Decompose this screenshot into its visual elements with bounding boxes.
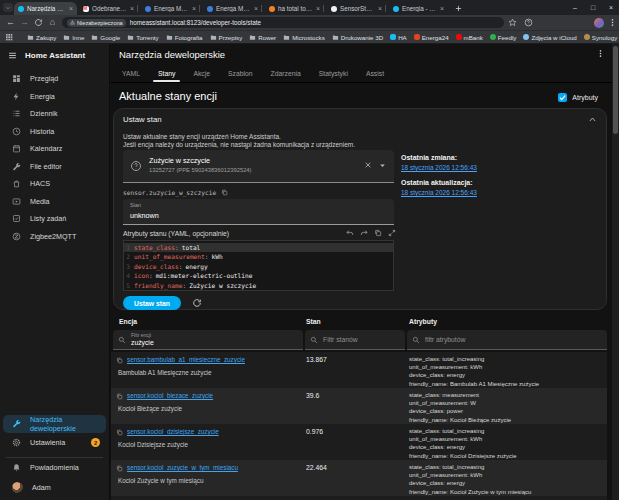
window-minimize-button[interactable]: –: [567, 0, 583, 15]
sidebar-item-history[interactable]: Historia: [3, 123, 106, 141]
sidebar-item-developer-tools[interactable]: Narzędzia deweloperskie: [3, 415, 106, 433]
window-close-button[interactable]: ×: [603, 0, 619, 15]
bookmark-folder[interactable]: Microstocks: [283, 34, 325, 41]
browser-tab[interactable]: Odebrane - adamgolab…×: [79, 2, 138, 15]
security-chip[interactable]: Niezabezpieczona: [67, 19, 126, 27]
sidebar-item-notifications[interactable]: Powiadomienia: [3, 459, 106, 477]
entity-link[interactable]: sensor.bambulab_a1_miesieczne_zuzycie: [127, 356, 245, 363]
tab-close-icon[interactable]: ×: [69, 6, 73, 12]
bookmark-link[interactable]: Feedly: [490, 34, 517, 41]
bookmark-star-icon[interactable]: [508, 18, 517, 27]
table-row[interactable]: sensor.lodowka_miesieczne_zuzycie 0.427 …: [111, 496, 607, 500]
sidebar-item-user[interactable]: Adam: [3, 479, 106, 497]
checkbox-checked-icon[interactable]: [558, 93, 567, 102]
forward-icon[interactable]: →: [20, 18, 29, 27]
scrollbar-thumb[interactable]: [613, 46, 618, 134]
state-filter-input[interactable]: Filtr stanów: [305, 330, 405, 350]
sidebar-item-settings[interactable]: Ustawienia2: [3, 434, 106, 452]
tab-yaml[interactable]: YAML: [113, 64, 149, 82]
tab-template[interactable]: Szablon: [219, 64, 262, 82]
reload-icon[interactable]: [34, 18, 43, 27]
entity-filter-input[interactable]: Filtr encji zużycie: [113, 330, 303, 350]
column-header-attributes[interactable]: Atrybuty: [409, 318, 437, 325]
tab-assist[interactable]: Assist: [357, 64, 393, 82]
address-bar[interactable]: Niezabezpieczona homeassistant.local:812…: [62, 17, 504, 28]
last-changed-link[interactable]: 18 stycznia 2026 12:56:43: [401, 164, 477, 171]
sidebar-item-hacs[interactable]: HACS: [3, 175, 106, 193]
collapse-chevron-icon[interactable]: [588, 115, 597, 124]
state-input[interactable]: Stan unknown: [123, 199, 394, 225]
browser-tab[interactable]: Narzędzia deweloperskie×: [14, 2, 77, 15]
sidebar-item-energy[interactable]: Energia: [3, 88, 106, 106]
sidebar-item-file-editor[interactable]: File editor: [3, 158, 106, 176]
tab-close-icon[interactable]: ×: [316, 6, 320, 12]
overflow-menu-icon[interactable]: [596, 49, 605, 58]
browser-tab[interactable]: Energa Mój Licznik - cus…×: [141, 2, 200, 15]
bookmark-folder[interactable]: Rower: [249, 34, 276, 41]
browser-tab[interactable]: Energa Mój Licznik - cus…×: [203, 2, 262, 15]
copy-entity-id-icon[interactable]: [221, 189, 228, 196]
bookmark-folder[interactable]: Google: [91, 34, 120, 41]
table-row[interactable]: sensor.kociol_biezace_zuzycie Kocioł Bie…: [111, 388, 607, 424]
bookmark-link[interactable]: Energa24: [414, 34, 449, 41]
bookmark-link[interactable]: Synology: [584, 34, 617, 41]
sidebar-item-media[interactable]: Media: [3, 193, 106, 211]
caret-down-icon[interactable]: [378, 161, 387, 170]
copy-icon[interactable]: [116, 465, 123, 472]
browser-profile-avatar[interactable]: [594, 18, 604, 28]
extensions-icon[interactable]: [524, 18, 533, 27]
fullscreen-icon[interactable]: [388, 229, 396, 237]
redo-icon[interactable]: [360, 229, 368, 237]
entity-link[interactable]: sensor.kociol_dzisiejsze_zuzycie: [127, 428, 219, 435]
entity-link[interactable]: sensor.kociol_biezace_zuzycie: [127, 392, 213, 399]
bookmark-folder[interactable]: Przepisy: [210, 34, 243, 41]
copy-icon[interactable]: [116, 393, 123, 400]
attribute-filter-input[interactable]: filtr atrybutów: [407, 330, 607, 350]
page-scrollbar[interactable]: [612, 44, 619, 500]
copy-icon[interactable]: [116, 429, 123, 436]
bookmark-folder[interactable]: Torrenty: [127, 34, 158, 41]
column-header-entity[interactable]: Encja: [119, 318, 137, 325]
new-tab-button[interactable]: [454, 4, 463, 13]
browser-menu-icon[interactable]: [608, 18, 617, 27]
copy-icon[interactable]: [116, 357, 123, 364]
tab-statistics[interactable]: Statystyki: [310, 64, 357, 82]
sidebar-menu-icon[interactable]: [8, 51, 17, 60]
bookmark-link[interactable]: HA: [390, 34, 407, 41]
tab-events[interactable]: Zdarzenia: [262, 64, 310, 82]
tab-close-icon[interactable]: ×: [378, 6, 382, 12]
attributes-toggle[interactable]: Atrybuty: [558, 93, 598, 102]
entity-link[interactable]: sensor.kociol_zuzycie_w_tym_miesiacu: [127, 464, 238, 471]
tab-search-button[interactable]: [3, 3, 13, 12]
clear-entity-icon[interactable]: [364, 161, 372, 169]
set-state-button[interactable]: Ustaw stan: [123, 296, 181, 310]
last-updated-link[interactable]: 18 stycznia 2026 12:56:43: [401, 189, 477, 196]
tab-close-icon[interactable]: ×: [440, 6, 444, 12]
tab-close-icon[interactable]: ×: [130, 6, 134, 12]
bookmark-folder[interactable]: Fotografia: [166, 34, 203, 41]
table-row[interactable]: sensor.kociol_dzisiejsze_zuzycie Kocioł …: [111, 424, 607, 460]
tab-actions[interactable]: Akcje: [184, 64, 219, 82]
sidebar-item-logbook[interactable]: Dziennik: [3, 105, 106, 123]
sidebar-item-todo[interactable]: Listy zadań: [3, 210, 106, 228]
bookmark-folder[interactable]: Inne: [63, 34, 84, 41]
back-icon[interactable]: ←: [6, 18, 15, 27]
bookmark-link[interactable]: mBank: [456, 34, 483, 41]
undo-icon[interactable]: [346, 229, 354, 237]
tab-states[interactable]: Stany: [149, 64, 184, 82]
sidebar-item-zigbee2mqtt[interactable]: Zigbee2MQTT: [3, 228, 106, 246]
browser-tab[interactable]: SensorStateClass.TOTAL_I…×: [327, 2, 386, 15]
tab-close-icon[interactable]: ×: [254, 6, 258, 12]
column-header-state[interactable]: Stan: [306, 318, 321, 325]
bookmark-link[interactable]: Zdjęcia w iCloud: [523, 34, 576, 41]
table-row[interactable]: sensor.kociol_zuzycie_w_tym_miesiacu Koc…: [111, 460, 607, 496]
browser-tab[interactable]: Energia - Home Assistant×: [389, 2, 448, 15]
sidebar-item-calendar[interactable]: Kalendarz: [3, 140, 106, 158]
tab-close-icon[interactable]: ×: [192, 6, 196, 12]
browser-tab[interactable]: ha total to total_increasi…×: [265, 2, 324, 15]
home-icon[interactable]: ⌂: [48, 18, 57, 27]
bookmark-folder[interactable]: Drukowanie 3D: [332, 34, 383, 41]
apps-grid-icon[interactable]: [5, 33, 13, 41]
copy-yaml-icon[interactable]: [374, 229, 382, 237]
refresh-icon[interactable]: [192, 298, 202, 308]
